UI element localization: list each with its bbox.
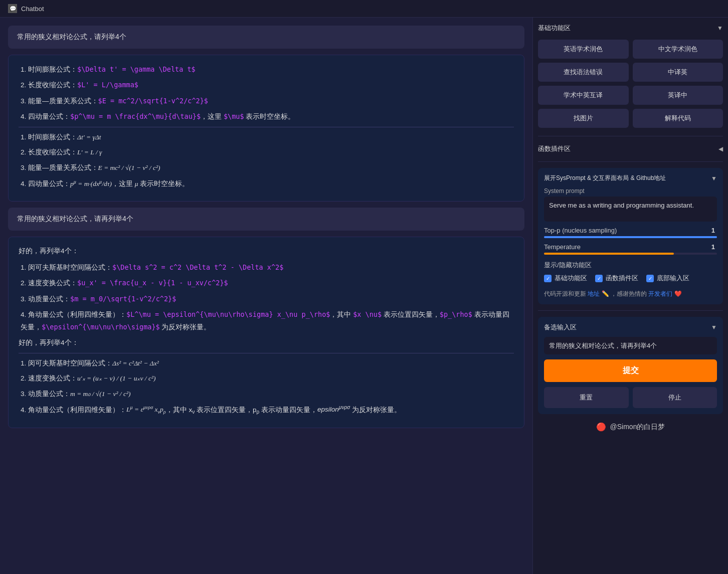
- sysprompt-header: 展开SysPrompt & 交互界面布局 & Github地址 ▼: [544, 174, 717, 182]
- checkbox-plugin[interactable]: ✓ 函数插件区: [595, 274, 638, 283]
- developers-link[interactable]: 开发者们: [648, 290, 672, 297]
- app-container: 💬 Chatbot 常用的狭义相对论公式，请列举4个 1. 时间膨胀公式：$\D…: [0, 0, 728, 574]
- checkbox-plugin-box[interactable]: ✓: [595, 275, 603, 282]
- chat-panel[interactable]: 常用的狭义相对论公式，请列举4个 1. 时间膨胀公式：$\Delta t' = …: [0, 18, 532, 574]
- weibo-icon: 🔴: [596, 422, 606, 432]
- basic-functions-arrow: ▼: [717, 25, 723, 32]
- temperature-block: Temperature 1: [544, 243, 717, 255]
- checkbox-input-box[interactable]: ✓: [646, 275, 654, 282]
- section-divider-2: [538, 161, 723, 162]
- formula-1-2: 2. 长度收缩公式：$L' = L/\gamma$: [21, 79, 514, 91]
- system-prompt-label: System prompt: [544, 187, 717, 195]
- backup-header: 备选输入区 ▼: [544, 323, 717, 332]
- divider-2: [19, 353, 514, 353]
- btn-en-to-zh[interactable]: 英译中: [633, 86, 723, 105]
- submit-button[interactable]: 提交: [544, 359, 717, 382]
- formula-list-2-rendered: 1. 闵可夫斯基时空间隔公式：Δs² = c²Δt² − Δx² 2. 速度变换…: [19, 357, 514, 417]
- checkbox-input[interactable]: ✓ 底部输入区: [646, 274, 689, 283]
- bottom-buttons: 重置 停止: [544, 387, 717, 408]
- btn-explain-code[interactable]: 解释代码: [633, 109, 723, 128]
- basic-functions-header: 基础功能区 ▼: [538, 23, 723, 36]
- right-panel: 基础功能区 ▼ 英语学术润色 中文学术润色 查找语法错误 中译英 学术中英互译 …: [532, 18, 728, 574]
- formula-list-2-latex: 1. 闵可夫斯基时空间隔公式：$\Delta s^2 = c^2 \Delta …: [19, 261, 514, 333]
- assistant-message-2: 好的，再列举4个： 1. 闵可夫斯基时空间隔公式：$\Delta s^2 = c…: [8, 237, 524, 428]
- top-p-block: Top-p (nucleus sampling) 1: [544, 227, 717, 238]
- sysprompt-block: System prompt Serve me as a writing and …: [544, 187, 717, 222]
- sysprompt-section: 展开SysPrompt & 交互界面布局 & Github地址 ▼ System…: [538, 168, 723, 304]
- watermark-row: 🔴 @Simon的白日梦: [538, 418, 723, 436]
- top-p-slider[interactable]: [544, 236, 717, 238]
- backup-arrow: ▼: [711, 324, 717, 331]
- btn-grammar-check[interactable]: 查找语法错误: [538, 63, 629, 82]
- open-source-row: 代码开源和更新 地址 ✏️ ，感谢热情的 开发者们 ❤️: [544, 290, 717, 298]
- btn-chinese-polish[interactable]: 中文学术润色: [633, 40, 723, 59]
- svg-text:💬: 💬: [10, 5, 17, 12]
- system-prompt-value[interactable]: Serve me as a writing and programming as…: [544, 197, 717, 222]
- sysprompt-arrow: ▼: [711, 175, 717, 182]
- backup-input[interactable]: [544, 337, 717, 354]
- backup-section: 备选输入区 ▼ 提交 重置 停止: [538, 317, 723, 414]
- chatbot-icon: 💬: [8, 4, 17, 13]
- title-bar-label: Chatbot: [21, 5, 44, 13]
- temperature-slider[interactable]: [544, 253, 717, 255]
- section-divider-1: [538, 136, 723, 136]
- section-divider-3: [538, 310, 723, 311]
- formula-1-3: 3. 能量—质量关系公式：$E = mc^2/\sqrt{1-v^2/c^2}$: [21, 95, 514, 107]
- show-hide-section: 显示/隐藏功能区 ✓ 基础功能区 ✓ 函数插件区 ✓ 底部输入区: [544, 261, 717, 283]
- user-message-1: 常用的狭义相对论公式，请列举4个: [8, 26, 524, 49]
- user-message-2: 常用的狭义相对论公式，请再列举4个: [8, 208, 524, 231]
- title-bar: 💬 Chatbot: [0, 0, 728, 18]
- assistant-message-1: 1. 时间膨胀公式：$\Delta t' = \gamma \Delta t$ …: [8, 55, 524, 202]
- divider-1: [19, 127, 514, 127]
- reset-button[interactable]: 重置: [544, 387, 629, 408]
- assistant-intro: 好的，再列举4个：: [19, 245, 514, 257]
- checkbox-row: ✓ 基础功能区 ✓ 函数插件区 ✓ 底部输入区: [544, 274, 717, 283]
- formula-list-1-latex: 1. 时间膨胀公式：$\Delta t' = \gamma \Delta t$ …: [19, 63, 514, 123]
- btn-zh-to-en[interactable]: 中译英: [633, 63, 723, 82]
- checkbox-basic[interactable]: ✓ 基础功能区: [544, 274, 587, 283]
- open-source-link[interactable]: 地址: [588, 290, 600, 297]
- basic-functions-grid: 英语学术润色 中文学术润色 查找语法错误 中译英 学术中英互译 英译中 找图片 …: [538, 40, 723, 128]
- formula-1-4: 4. 四动量公式：$p^\mu = m \frac{dx^\mu}{d\tau}…: [21, 110, 514, 123]
- btn-academic-translate[interactable]: 学术中英互译: [538, 86, 629, 105]
- formula-1-1: 1. 时间膨胀公式：$\Delta t' = \gamma \Delta t$: [21, 63, 514, 76]
- btn-english-polish[interactable]: 英语学术润色: [538, 40, 629, 59]
- btn-find-image[interactable]: 找图片: [538, 109, 629, 128]
- formula-list-1-rendered: 1. 时间膨胀公式：Δt' = γΔt 2. 长度收缩公式：L' = L / γ…: [19, 131, 514, 190]
- checkbox-basic-box[interactable]: ✓: [544, 275, 552, 282]
- stop-button[interactable]: 停止: [633, 387, 717, 408]
- plugin-arrow: ◀: [718, 145, 723, 152]
- plugin-section-header: 函数插件区 ◀: [538, 142, 723, 155]
- main-layout: 常用的狭义相对论公式，请列举4个 1. 时间膨胀公式：$\Delta t' = …: [0, 18, 728, 574]
- watermark-text: @Simon的白日梦: [610, 423, 665, 432]
